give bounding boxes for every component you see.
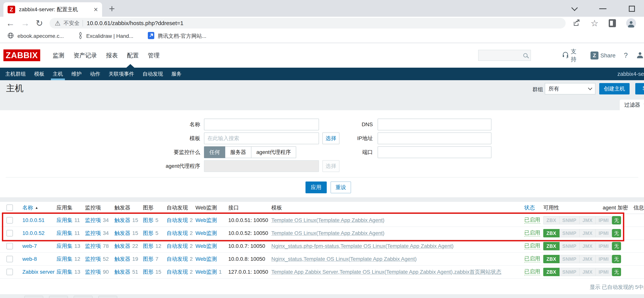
nav-item[interactable]: 关联项事件: [108, 68, 135, 80]
host-name-link[interactable]: 10.0.0.51: [22, 217, 44, 223]
graphs-link[interactable]: 图形: [143, 242, 154, 250]
triggers-link[interactable]: 触发器: [114, 242, 130, 250]
row-checkbox[interactable]: [6, 256, 13, 262]
discovery-link[interactable]: 自动发现: [166, 255, 188, 263]
back-button[interactable]: ←: [6, 19, 15, 28]
nav-item[interactable]: 主机: [52, 68, 64, 80]
dns-filter-input[interactable]: [378, 119, 492, 130]
global-search-input[interactable]: [478, 50, 531, 61]
share-link[interactable]: Z Share: [590, 52, 616, 60]
discovery-link[interactable]: 自动发现: [166, 230, 188, 237]
browser-tab[interactable]: Z zabbix4-server: 配置主机 ×: [4, 2, 102, 17]
template-link[interactable]: Template App Zabbix Server: [271, 269, 338, 275]
graphs-link[interactable]: 图形: [143, 217, 154, 224]
zabbix-logo[interactable]: ZABBIX: [4, 49, 40, 61]
nav-item[interactable]: 主机群组: [4, 68, 26, 80]
template-link[interactable]: Template App Zabbix Agent: [318, 230, 383, 236]
applications-link[interactable]: 应用集: [56, 217, 72, 224]
filter-tab[interactable]: 过滤器: [620, 100, 644, 110]
table-row[interactable]: web-8 应用集12 监控项52 触发器19 图形7 自动发现2 Web监测 …: [0, 253, 644, 266]
status-link[interactable]: 已启用: [524, 256, 540, 262]
support-link[interactable]: 支持: [562, 48, 582, 63]
partial-action-button[interactable]: [74, 296, 92, 298]
user-profile-icon[interactable]: [636, 51, 644, 60]
items-link[interactable]: 监控项: [85, 268, 101, 275]
select-all-checkbox[interactable]: [6, 205, 13, 211]
row-checkbox[interactable]: [6, 217, 13, 223]
template-link[interactable]: Template App Zabbix Agent: [350, 256, 415, 262]
bookmark-item[interactable]: Excalidraw | Hand...: [78, 32, 134, 41]
top-menu-item[interactable]: 配置: [127, 52, 139, 60]
graphs-link[interactable]: 图形: [143, 255, 154, 263]
table-row[interactable]: Zabbix server 应用集13 监控项90 触发器51 图形15 自动发…: [0, 266, 644, 279]
partial-action-button[interactable]: [98, 296, 117, 298]
template-link[interactable]: zabbix首页网站状态: [454, 268, 501, 275]
items-link[interactable]: 监控项: [85, 230, 101, 237]
help-link[interactable]: ?: [624, 52, 628, 60]
triggers-link[interactable]: 触发器: [114, 255, 130, 263]
web-link[interactable]: Web监测: [196, 242, 217, 250]
address-bar[interactable]: ⚠ 不安全 10.0.0.61/zabbix/hosts.php?ddreset…: [50, 18, 566, 29]
applications-link[interactable]: 应用集: [56, 268, 72, 275]
template-link[interactable]: Template OS Linux: [271, 230, 316, 236]
template-link[interactable]: Template App Zabbix Agent: [318, 217, 383, 223]
table-row[interactable]: 10.0.0.52 应用集11 监控项34 触发器15 图形5 自动发现2 We…: [0, 227, 644, 240]
monitored-by-option-any[interactable]: 任何: [204, 146, 225, 158]
top-menu-item[interactable]: 报表: [106, 52, 118, 60]
graphs-link[interactable]: 图形: [143, 268, 154, 275]
row-checkbox[interactable]: [6, 230, 13, 236]
triggers-link[interactable]: 触发器: [114, 230, 130, 237]
template-link[interactable]: Template OS Linux: [271, 217, 316, 223]
template-link[interactable]: Template OS Linux: [304, 256, 348, 262]
graphs-link[interactable]: 图形: [143, 230, 154, 237]
discovery-link[interactable]: 自动发现: [166, 217, 188, 224]
monitored-by-option-proxy[interactable]: agent代理程序: [252, 146, 296, 158]
discovery-link[interactable]: 自动发现: [166, 268, 188, 275]
column-header-status[interactable]: 状态: [524, 204, 535, 211]
template-link[interactable]: Nginx_status: [271, 256, 302, 262]
row-checkbox[interactable]: [6, 243, 13, 249]
row-checkbox[interactable]: [6, 269, 13, 275]
status-link[interactable]: 已启用: [524, 217, 540, 223]
web-link[interactable]: Web监测: [196, 255, 217, 263]
nav-item[interactable]: 模板: [34, 68, 45, 80]
status-link[interactable]: 已启用: [524, 230, 540, 236]
host-name-link[interactable]: web-8: [22, 256, 37, 262]
tab-close-icon[interactable]: ×: [94, 6, 98, 13]
table-row[interactable]: web-7 应用集13 监控项78 触发器22 图形12 自动发现2 Web监测…: [0, 240, 644, 253]
template-link[interactable]: Nginx_status: [271, 243, 302, 249]
partial-action-button[interactable]: [24, 296, 43, 298]
ip-filter-input[interactable]: [378, 132, 492, 144]
monitored-by-option-server[interactable]: 服务器: [225, 146, 252, 158]
applications-link[interactable]: 应用集: [56, 242, 72, 250]
template-link[interactable]: Template App Zabbix Agent: [387, 243, 452, 249]
reload-button[interactable]: ↻: [36, 19, 43, 28]
nav-item[interactable]: 维护: [70, 68, 82, 80]
window-chevron-down-icon[interactable]: [571, 5, 578, 11]
host-name-link[interactable]: 10.0.0.52: [22, 230, 44, 236]
status-link[interactable]: 已启用: [524, 268, 540, 275]
top-menu-item[interactable]: 资产记录: [74, 52, 97, 60]
web-link[interactable]: Web监测: [196, 268, 217, 275]
create-host-button[interactable]: 创建主机: [599, 83, 630, 94]
bookmark-item[interactable]: 腾讯文档-官方网站...: [148, 32, 206, 41]
top-menu-item[interactable]: 监测: [52, 52, 64, 60]
applications-link[interactable]: 应用集: [56, 255, 72, 263]
table-row[interactable]: 10.0.0.51 应用集11 监控项34 触发器15 图形5 自动发现2 We…: [0, 214, 644, 227]
items-link[interactable]: 监控项: [85, 242, 101, 250]
discovery-link[interactable]: 自动发现: [166, 242, 188, 250]
new-tab-button[interactable]: +: [109, 3, 115, 15]
web-link[interactable]: Web监测: [196, 217, 217, 224]
window-minimize-button[interactable]: [599, 8, 606, 9]
nav-item[interactable]: 动作: [89, 68, 101, 80]
bookmark-star-icon[interactable]: ☆: [591, 19, 598, 28]
reset-button[interactable]: 重设: [330, 182, 351, 193]
side-panel-icon[interactable]: [609, 19, 616, 27]
items-link[interactable]: 监控项: [85, 217, 101, 224]
window-maximize-button[interactable]: [629, 6, 635, 12]
column-header-name[interactable]: 名称: [22, 204, 33, 211]
template-link[interactable]: Template OS Linux: [340, 269, 384, 275]
top-menu-item[interactable]: 管理: [148, 52, 160, 60]
template-link[interactable]: Template App Zabbix Agent: [386, 269, 451, 275]
group-select[interactable]: 所有: [545, 83, 596, 94]
